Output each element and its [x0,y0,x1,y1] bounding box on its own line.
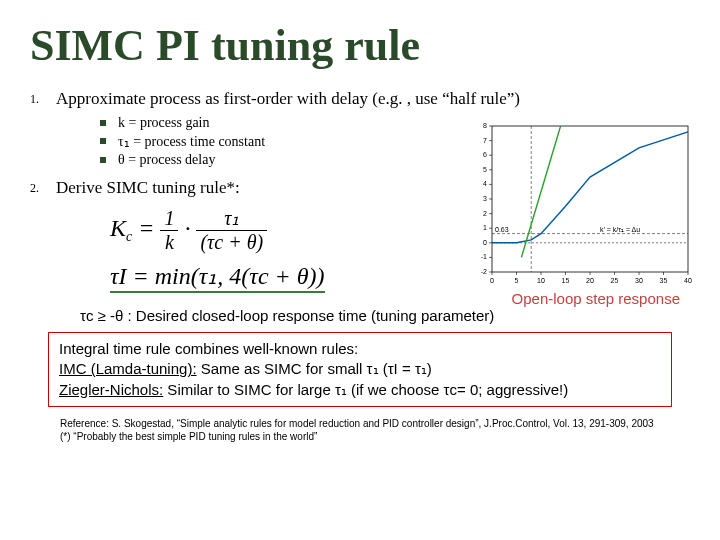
reference-1: Reference: S. Skogestad, “Simple analyti… [60,417,672,430]
imc-label: IMC (Lamda-tuning): [59,360,197,377]
svg-text:k’ = k/τ₁ = Δu: k’ = k/τ₁ = Δu [600,226,640,233]
bullet-icon [100,138,106,144]
sub2-text: τ₁ = process time constant [118,133,265,150]
svg-text:-2: -2 [481,268,487,275]
svg-text:15: 15 [562,277,570,284]
list-item-1: 1. Approximate process as first-order wi… [30,89,690,109]
svg-text:5: 5 [515,277,519,284]
svg-text:-1: -1 [481,253,487,260]
frac1-bot: k [160,231,178,254]
svg-text:40: 40 [684,277,692,284]
bullet-icon [100,157,106,163]
svg-text:35: 35 [660,277,668,284]
kc-dot: · [178,215,196,241]
page-title: SIMC PI tuning rule [30,20,690,71]
references: Reference: S. Skogestad, “Simple analyti… [60,417,672,443]
svg-text:1: 1 [483,224,487,231]
svg-text:2: 2 [483,210,487,217]
kc-symbol: K [110,215,126,241]
tuning-parameter-line: τc ≥ -θ : Desired closed-loop response t… [80,307,690,324]
svg-text:0: 0 [490,277,494,284]
item1-text: Approximate process as first-order with … [56,89,690,109]
svg-text:4: 4 [483,180,487,187]
frac-tau: τ₁(τc + θ) [196,206,267,254]
svg-text:3: 3 [483,195,487,202]
box-line3: Ziegler-Nichols: Similar to SIMC for lar… [59,380,661,400]
box-line1: Integral time rule combines well-known r… [59,339,661,359]
svg-text:0: 0 [483,239,487,246]
svg-text:30: 30 [635,277,643,284]
svg-text:8: 8 [483,122,487,129]
step-response-chart: 0510152025303540-2-10123456780.63k’ = k/… [464,120,694,290]
sub1-text: k = process gain [118,115,210,131]
ti-expression: τI = min(τ₁, 4(τc + θ)) [110,262,325,293]
item1-number: 1. [30,89,56,109]
item2-number: 2. [30,178,56,198]
rule-comparison-box: Integral time rule combines well-known r… [48,332,672,407]
imc-text: Same as SIMC for small τ₁ (τI = τ₁) [197,360,432,377]
svg-text:25: 25 [611,277,619,284]
chart-caption: Open-loop step response [512,290,680,307]
frac1-top: 1 [160,207,178,231]
svg-rect-0 [492,126,688,272]
kc-equals: = [132,215,160,241]
zn-label: Ziegler-Nichols: [59,381,163,398]
frac2-bot: (τc + θ) [196,231,267,254]
sub3-text: θ = process delay [118,152,215,168]
svg-text:10: 10 [537,277,545,284]
reference-2: (*) “Probably the best simple PID tuning… [60,430,672,443]
svg-text:7: 7 [483,137,487,144]
frac-1k: 1k [160,207,178,254]
svg-text:0.63: 0.63 [495,226,509,233]
bullet-icon [100,120,106,126]
frac2-top: τ₁ [196,206,267,231]
zn-text: Similar to SIMC for large τ₁ (if we choo… [163,381,568,398]
svg-text:6: 6 [483,151,487,158]
svg-text:20: 20 [586,277,594,284]
box-line2: IMC (Lamda-tuning): Same as SIMC for sma… [59,359,661,379]
svg-text:5: 5 [483,166,487,173]
